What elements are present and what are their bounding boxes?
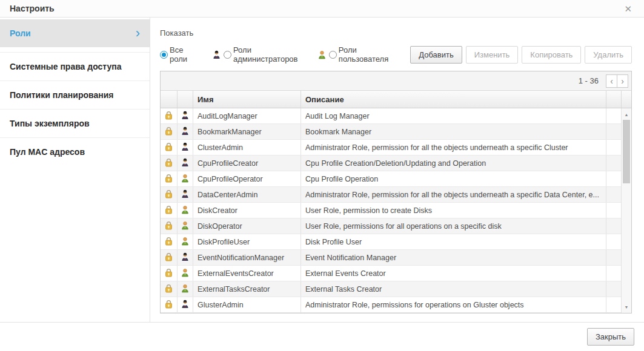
cell-role-name: DiskCreator: [193, 203, 301, 218]
admin-user-icon: [181, 189, 190, 200]
copy-button[interactable]: Копировать: [522, 46, 581, 64]
lock-icon: [165, 126, 173, 137]
admin-user-icon: [181, 126, 190, 137]
cell-role-description: Audit Log Manager: [301, 108, 606, 123]
cell-spacer: [606, 218, 621, 234]
lock-icon: [165, 284, 173, 295]
table-row[interactable]: ClusterAdminAdministrator Role, permissi…: [161, 140, 621, 156]
cell-role-type: [178, 140, 193, 155]
cell-lock: [161, 281, 178, 297]
lock-icon: [165, 252, 173, 263]
delete-button[interactable]: Удалить: [585, 46, 632, 64]
add-button[interactable]: Добавить: [410, 46, 462, 64]
next-page-button[interactable]: ›: [617, 74, 628, 88]
filter-options: Все ролиРоли администраторовРоли пользов…: [160, 45, 410, 64]
filter-option-label: Роли администраторов: [233, 45, 302, 64]
sidebar-item-label: Типы экземпляров: [10, 119, 90, 128]
radio-button[interactable]: [160, 51, 168, 59]
close-button[interactable]: Закрыть: [587, 328, 634, 346]
table-row[interactable]: GlusterAdminAdministrator Role, permissi…: [161, 297, 621, 313]
prev-page-button[interactable]: ‹: [606, 74, 617, 88]
lock-icon: [165, 221, 173, 232]
admin-user-icon: [181, 252, 190, 263]
vertical-scrollbar[interactable]: ▲ ▼: [621, 108, 631, 313]
table-row[interactable]: CpuProfileCreatorCpu Profile Creation/De…: [161, 156, 621, 171]
pager: ‹ ›: [606, 74, 628, 88]
cell-lock: [161, 140, 178, 155]
table-row[interactable]: EventNotificationManagerEvent Notificati…: [161, 250, 621, 266]
edit-button[interactable]: Изменить: [466, 46, 519, 64]
filter-option-label: Роли пользователя: [339, 45, 394, 64]
cell-lock: [161, 108, 178, 123]
header-name-column[interactable]: Имя: [193, 91, 301, 108]
cell-role-description: Event Notification Manager: [301, 250, 606, 265]
admin-user-icon: [181, 300, 190, 310]
filter-row: Все ролиРоли администраторовРоли пользов…: [160, 45, 632, 64]
cell-lock: [161, 156, 178, 171]
dialog-header: Настроить ✕: [0, 0, 644, 18]
table-row[interactable]: DataCenterAdminAdministrator Role, permi…: [161, 187, 621, 203]
cell-spacer: [606, 124, 621, 139]
table-row[interactable]: DiskCreatorUser Role, permission to crea…: [161, 203, 621, 218]
cell-spacer: [606, 140, 621, 155]
chevron-right-icon: ›: [136, 30, 140, 37]
cell-role-description: User Role, permissions for all operation…: [301, 218, 606, 234]
dialog-footer: Закрыть: [0, 322, 644, 351]
cell-role-description: Administrator Role, permissions for oper…: [301, 297, 606, 312]
cell-role-type: [178, 281, 193, 297]
cell-lock: [161, 187, 178, 202]
cell-lock: [161, 250, 178, 265]
header-scrollbar-spacer: [621, 91, 631, 108]
filter-option[interactable]: Роли пользователя: [317, 45, 394, 64]
scroll-up-icon[interactable]: ▲: [622, 110, 631, 119]
user-icon: [181, 205, 190, 216]
close-icon[interactable]: ✕: [622, 3, 634, 15]
cell-role-description: User Role, permission to create Disks: [301, 203, 606, 218]
cell-role-name: ExternalEventsCreator: [193, 266, 301, 281]
cell-spacer: [606, 156, 621, 171]
cell-role-type: [178, 108, 193, 123]
header-role-type-column[interactable]: [178, 91, 193, 108]
cell-spacer: [606, 171, 621, 186]
header-description-column[interactable]: Описание: [301, 91, 606, 108]
user-icon: [181, 284, 190, 295]
radio-button[interactable]: [224, 51, 231, 59]
table-header: Имя Описание: [161, 91, 631, 108]
cell-role-type: [178, 250, 193, 265]
admin-user-icon: [212, 50, 221, 59]
table-row[interactable]: ExternalEventsCreatorExternal Events Cre…: [161, 266, 621, 281]
header-spacer-column: [606, 91, 621, 108]
cell-role-description: Administrator Role, permission for all t…: [301, 187, 606, 202]
cell-role-description: External Events Creator: [301, 266, 606, 281]
table-row[interactable]: DiskOperatorUser Role, permissions for a…: [161, 218, 621, 234]
user-icon: [181, 237, 190, 248]
admin-user-icon: [181, 111, 190, 122]
radio-button[interactable]: [329, 51, 337, 59]
sidebar-item[interactable]: Пул MAC адресов: [0, 137, 150, 166]
lock-icon: [165, 189, 173, 200]
table-row[interactable]: AuditLogManagerAudit Log Manager: [161, 108, 621, 124]
cell-spacer: [606, 281, 621, 297]
sidebar-item[interactable]: Системные права доступа: [0, 52, 150, 80]
filter-option-label: Все роли: [170, 45, 196, 64]
table-row[interactable]: ExternalTasksCreatorExternal Tasks Creat…: [161, 281, 621, 297]
show-label: Показать: [160, 28, 632, 38]
cell-role-description: Administrator Role, permission for all t…: [301, 140, 606, 155]
cell-spacer: [606, 297, 621, 312]
sidebar-item[interactable]: Типы экземпляров: [0, 109, 150, 137]
table-row[interactable]: DiskProfileUserDisk Profile User: [161, 234, 621, 250]
scroll-down-icon[interactable]: ▼: [622, 303, 631, 311]
header-lock-column[interactable]: [161, 91, 178, 108]
cell-lock: [161, 234, 178, 249]
sidebar-item[interactable]: Роли›: [0, 19, 150, 47]
pagination-range: 1 - 36: [579, 76, 599, 85]
sidebar-item[interactable]: Политики планирования: [0, 80, 150, 109]
cell-spacer: [606, 250, 621, 265]
table-row[interactable]: CpuProfileOperatorCpu Profile Operation: [161, 171, 621, 187]
table-row[interactable]: BookmarkManagerBookmark Manager: [161, 124, 621, 140]
filter-option[interactable]: Все роли: [160, 45, 196, 64]
filter-option[interactable]: Роли администраторов: [212, 45, 302, 64]
user-icon: [317, 50, 327, 59]
scrollbar-thumb[interactable]: [623, 120, 630, 183]
cell-role-type: [178, 171, 193, 186]
